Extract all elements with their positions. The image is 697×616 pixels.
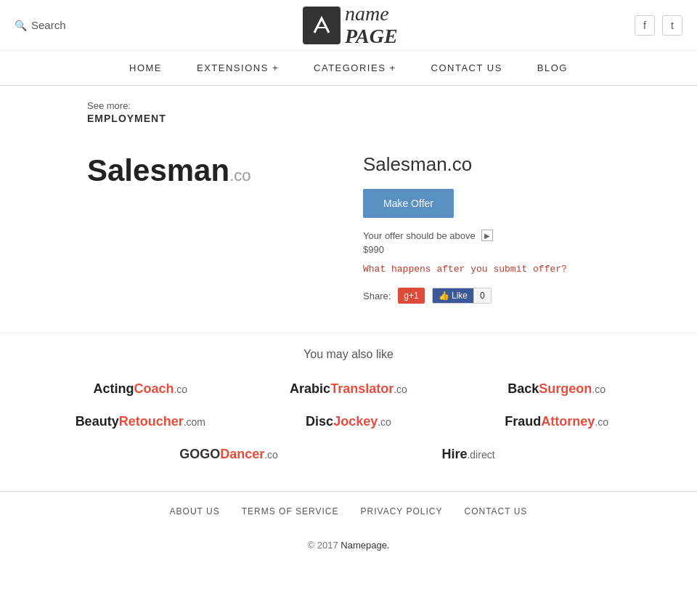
also-item-discjockey[interactable]: DiscJockey.co [306, 414, 391, 429]
share-row: Share: g+1 👍 Like 0 [363, 288, 610, 304]
also-item-fraudattorney[interactable]: FraudAttorney.co [505, 414, 608, 429]
footer-nav: ABOUT US TERMS OF SERVICE PRIVACY POLICY… [0, 491, 697, 531]
nav-categories[interactable]: CATEGORIES + [296, 51, 413, 85]
offer-hint-text: Your offer should be above [363, 230, 476, 241]
domain-name: Salesman [87, 153, 229, 187]
logo-page: PAGE [345, 25, 398, 48]
also-item-gogodancer[interactable]: GOGODancer.co [179, 447, 278, 462]
domain-logo: Salesman.co [87, 153, 250, 188]
search-icon: 🔍 [15, 20, 27, 31]
fb-count: 0 [473, 288, 491, 303]
header: 🔍 Search name PAGE f t [0, 0, 697, 51]
social-links: f t [635, 15, 682, 36]
also-item-arabictranslator[interactable]: ArabicTranslator.co [290, 381, 407, 397]
facebook-icon[interactable]: f [635, 15, 655, 36]
also-like-section: You may also like ActingCoach.co ArabicT… [0, 333, 697, 491]
copyright-year: © 2017 [308, 540, 338, 551]
also-like-row1: ActingCoach.co ArabicTranslator.co BackS… [44, 381, 653, 429]
search-area[interactable]: 🔍 Search [15, 19, 66, 31]
footer-brand[interactable]: Namepage. [341, 540, 389, 551]
domain-info: Salesman.co Make Offer Your offer should… [363, 146, 610, 304]
logo-text: name PAGE [345, 3, 398, 48]
twitter-icon[interactable]: t [662, 15, 682, 36]
facebook-like-button[interactable]: 👍 Like 0 [432, 288, 492, 304]
also-item-hire[interactable]: Hire.direct [441, 447, 494, 462]
domain-title: Salesman.co [363, 153, 610, 176]
share-label: Share: [363, 291, 391, 301]
also-like-title: You may also like [44, 348, 653, 361]
footer-copyright: © 2017 Namepage. [0, 531, 697, 559]
offer-hint: Your offer should be above ▶ [363, 230, 610, 241]
nav-home[interactable]: HOME [112, 51, 179, 85]
footer-contact[interactable]: CONTACT US [464, 506, 527, 516]
footer-terms[interactable]: TERMS OF SERVICE [242, 506, 339, 516]
also-item-actingcoach[interactable]: ActingCoach.co [93, 381, 187, 397]
domain-tld: .co [229, 166, 250, 185]
fb-like-label: 👍 Like [433, 288, 473, 303]
main-nav: HOME EXTENSIONS + CATEGORIES + CONTACT U… [0, 51, 697, 86]
logo-name: name [345, 3, 398, 25]
main-content: Salesman.co Salesman.co Make Offer Your … [0, 139, 697, 333]
search-label: Search [31, 19, 66, 31]
also-like-row3: GOGODancer.co Hire.direct [44, 447, 653, 462]
nav-blog[interactable]: BLOG [520, 51, 585, 85]
domain-logo-area: Salesman.co [87, 146, 334, 304]
make-offer-button[interactable]: Make Offer [363, 189, 454, 218]
google-plus-button[interactable]: g+1 [398, 288, 424, 304]
also-item-beautyretoucher[interactable]: BeautyRetoucher.com [76, 414, 205, 429]
category-label[interactable]: EMPLOYMENT [87, 113, 610, 124]
logo-box [303, 7, 341, 44]
breadcrumb: See more: EMPLOYMENT [0, 86, 697, 139]
nav-contact[interactable]: CONTACT US [414, 51, 520, 85]
offer-arrow-icon: ▶ [481, 230, 493, 241]
logo[interactable]: name PAGE [303, 3, 398, 48]
nav-extensions[interactable]: EXTENSIONS + [179, 51, 296, 85]
footer-about[interactable]: ABOUT US [170, 506, 220, 516]
offer-link[interactable]: What happens after you submit offer? [363, 264, 610, 275]
footer-privacy[interactable]: PRIVACY POLICY [361, 506, 443, 516]
see-more-label: See more: [87, 100, 131, 111]
also-item-backsurgeon[interactable]: BackSurgeon.co [508, 381, 606, 397]
offer-price: $990 [363, 244, 610, 255]
